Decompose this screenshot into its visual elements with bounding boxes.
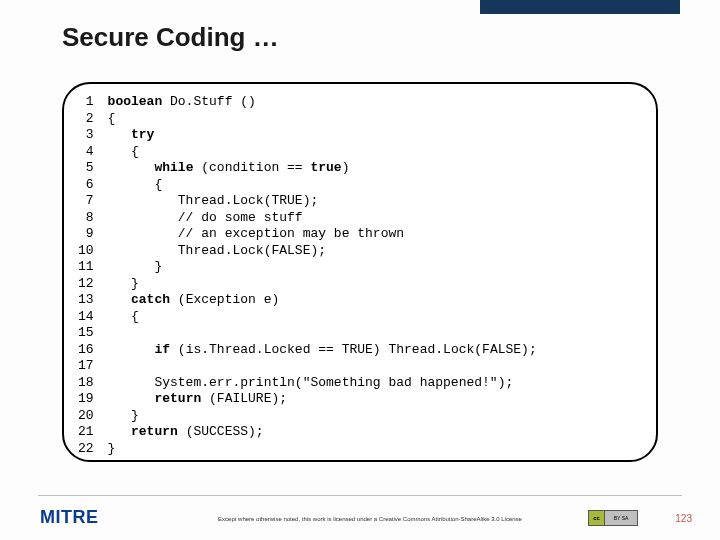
page-number: 123 bbox=[675, 513, 692, 524]
org-logo: MITRE bbox=[40, 507, 99, 528]
line-number-gutter: 1 2 3 4 5 6 7 8 9 10 11 12 13 14 15 16 1… bbox=[78, 94, 108, 457]
code-block: 1 2 3 4 5 6 7 8 9 10 11 12 13 14 15 16 1… bbox=[64, 84, 656, 462]
slide-title: Secure Coding … bbox=[62, 22, 279, 53]
license-text: Except where otherwise noted, this work … bbox=[200, 516, 540, 522]
code-body: boolean Do.Stuff () { try { while (condi… bbox=[108, 94, 537, 457]
cc-terms: BY SA bbox=[605, 511, 637, 525]
cc-icon: cc bbox=[589, 511, 605, 525]
code-card: 1 2 3 4 5 6 7 8 9 10 11 12 13 14 15 16 1… bbox=[62, 82, 658, 462]
accent-bar bbox=[480, 0, 680, 14]
cc-badge: cc BY SA bbox=[588, 510, 638, 526]
footer-rule bbox=[38, 495, 682, 496]
